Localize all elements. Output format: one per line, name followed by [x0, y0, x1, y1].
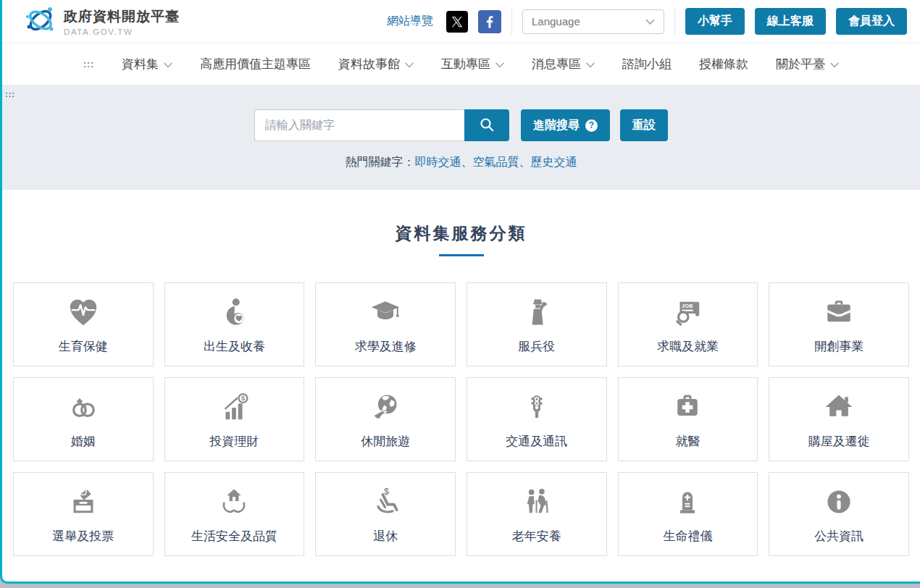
category-label: 購屋及遷徙 [808, 433, 870, 450]
nav-item[interactable]: 授權條款 [699, 56, 748, 72]
wedding-rings-icon [67, 390, 100, 424]
chevron-down-icon [645, 15, 655, 28]
nav-item[interactable]: 消息專區 [532, 56, 595, 72]
site-title: 政府資料開放平臺 [64, 7, 180, 26]
nav-item[interactable]: 諮詢小組 [622, 56, 672, 72]
page-frame: 政府資料開放平臺 DATA.GOV.TW 網站導覽 Language 小幫手 線… [0, 0, 920, 584]
hands-house-icon [218, 484, 250, 519]
facebook-icon[interactable] [478, 10, 501, 33]
nav-item[interactable]: 關於平臺 [776, 56, 839, 72]
main-nav: ::: 資料集高應用價值主題專區資料故事館互動專區消息專區諮詢小組授權條款關於平… [2, 43, 920, 85]
divider [511, 9, 512, 35]
band-accessibility-link[interactable]: ::: [5, 90, 15, 98]
category-label: 求職及就業 [657, 338, 719, 355]
nav-item[interactable]: 互動專區 [441, 56, 504, 72]
header: 政府資料開放平臺 DATA.GOV.TW 網站導覽 Language 小幫手 線… [2, 0, 920, 43]
category-label: 服兵役 [518, 338, 555, 355]
category-card[interactable]: 老年安養 [467, 472, 607, 556]
tombstone-icon [672, 484, 703, 519]
chevron-down-icon [495, 57, 504, 72]
divider [674, 9, 675, 35]
search-input[interactable] [254, 109, 464, 141]
category-card[interactable]: 生育保健 [13, 282, 154, 366]
job-search-icon: JOB [671, 295, 704, 329]
category-label: 求學及進修 [355, 338, 417, 355]
nav-item[interactable]: 高應用價值主題專區 [200, 56, 311, 72]
info-circle-icon [823, 484, 855, 519]
category-card[interactable]: 交通及通訊 [467, 377, 607, 461]
category-card[interactable]: 公共資訊 [769, 472, 909, 556]
category-card[interactable]: 開創事業 [769, 282, 909, 366]
hot-keyword-link[interactable]: 空氣品質 [473, 156, 519, 168]
advanced-search-button[interactable]: 進階搜尋 ? [521, 109, 610, 141]
search-band: ::: 進階搜尋 ? 重設 熱門關鍵字： 即時交通、空氣品質、歷史交通 [2, 85, 920, 190]
ballot-box-icon [67, 484, 99, 519]
reset-button[interactable]: 重設 [620, 109, 668, 141]
category-card[interactable]: 出生及收養 [164, 282, 305, 366]
category-label: 就醫 [675, 433, 700, 450]
category-label: 退休 [373, 528, 398, 545]
investment-chart-icon: $ [217, 390, 251, 424]
hot-keywords: 熱門關鍵字： 即時交通、空氣品質、歷史交通 [2, 155, 920, 170]
category-label: 交通及通訊 [506, 433, 567, 450]
category-label: 婚姻 [71, 433, 96, 450]
elderly-care-icon [521, 484, 553, 519]
chevron-down-icon [405, 57, 414, 72]
site-subtitle: DATA.GOV.TW [64, 28, 180, 36]
chevron-down-icon [164, 57, 172, 72]
category-card[interactable]: 求學及進修 [315, 282, 456, 366]
sitemap-link[interactable]: 網站導覽 [387, 14, 433, 29]
category-card[interactable]: 生活安全及品質 [164, 472, 305, 556]
category-card[interactable]: JOB求職及就業 [618, 282, 758, 366]
category-label: 選舉及投票 [52, 528, 114, 545]
member-login-button[interactable]: 會員登入 [836, 8, 907, 35]
category-label: 投資理財 [209, 433, 259, 450]
svg-text:$: $ [241, 395, 245, 402]
category-card[interactable]: 購屋及遷徙 [769, 377, 909, 461]
category-label: 生活安全及品質 [191, 528, 277, 545]
site-logo[interactable]: 政府資料開放平臺 DATA.GOV.TW [24, 4, 180, 40]
nav-item[interactable]: 資料集 [122, 56, 172, 72]
rocking-chair-icon: $ [369, 484, 401, 519]
hot-keyword-link[interactable]: 歷史交通 [531, 156, 577, 168]
nav-accessibility-link[interactable]: ::: [83, 59, 94, 70]
help-icon: ? [585, 119, 598, 132]
category-card[interactable]: 服兵役 [467, 282, 607, 366]
online-service-button[interactable]: 線上客服 [755, 8, 826, 35]
chevron-down-icon [830, 57, 839, 72]
category-card[interactable]: 選舉及投票 [13, 472, 154, 556]
language-select[interactable]: Language [522, 9, 664, 34]
hot-keyword-link[interactable]: 即時交通 [415, 156, 461, 168]
travel-globe-icon [369, 390, 402, 424]
svg-text:$: $ [384, 486, 389, 496]
first-aid-kit-icon [672, 390, 703, 424]
heart-pulse-icon [67, 295, 100, 329]
keyword-separator: 、 [461, 156, 473, 168]
section-title: 資料集服務分類 [2, 222, 920, 245]
helper-button[interactable]: 小幫手 [685, 8, 745, 35]
category-label: 開創事業 [814, 338, 863, 355]
category-label: 休閒旅遊 [361, 433, 410, 450]
main-content: 資料集服務分類 生育保健出生及收養求學及進修服兵役JOB求職及就業開創事業婚姻$… [2, 190, 920, 556]
category-card[interactable]: 就醫 [618, 377, 758, 461]
category-card[interactable]: $投資理財 [164, 377, 305, 461]
category-label: 公共資訊 [814, 528, 863, 545]
traffic-light-icon [522, 390, 551, 424]
search-button[interactable] [464, 109, 509, 141]
graduation-cap-icon [368, 295, 403, 329]
briefcase-icon [822, 295, 856, 329]
category-card[interactable]: 休閒旅遊 [315, 377, 456, 461]
mother-baby-icon [218, 295, 250, 329]
category-card[interactable]: $退休 [315, 472, 456, 556]
x-icon[interactable] [446, 11, 468, 33]
chevron-down-icon [586, 57, 595, 72]
nav-item[interactable]: 資料故事館 [338, 56, 414, 72]
category-card[interactable]: 生命禮儀 [618, 472, 758, 556]
category-label: 出生及收養 [204, 338, 265, 355]
category-card[interactable]: 婚姻 [13, 377, 154, 461]
logo-atom-icon [24, 4, 57, 40]
soldier-icon [521, 295, 553, 329]
category-label: 生育保健 [59, 338, 108, 355]
svg-text:JOB: JOB [682, 303, 693, 309]
search-icon [479, 117, 495, 135]
